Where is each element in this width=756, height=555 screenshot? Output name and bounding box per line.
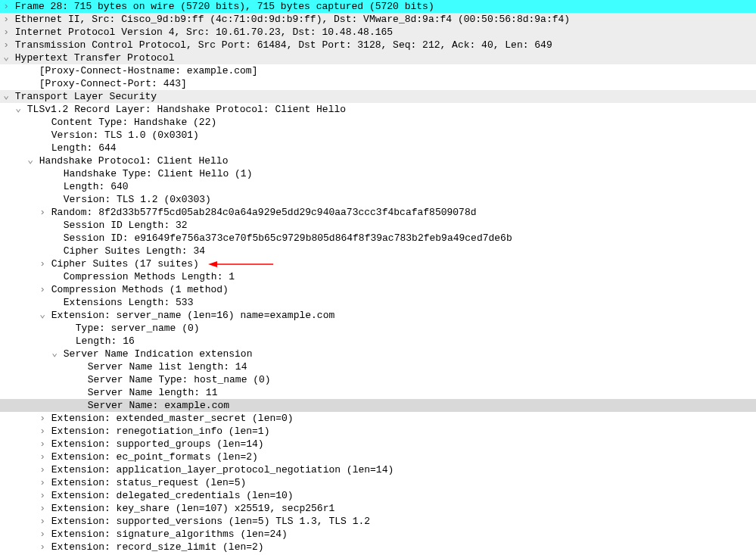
tree-row-text: Extension: supported_versions (len=5) TL… bbox=[45, 515, 756, 528]
tree-row[interactable]: Extensions Length: 533 bbox=[0, 296, 756, 309]
tree-row-text: Extension: extended_master_secret (len=0… bbox=[45, 412, 756, 425]
tree-row[interactable]: Extension: server_name (len=16) name=exa… bbox=[0, 309, 756, 322]
expand-icon[interactable] bbox=[0, 438, 45, 451]
tree-row-text: Length: 644 bbox=[45, 142, 756, 154]
tree-row-text: Hypertext Transfer Protocol bbox=[9, 51, 756, 64]
tree-row-text: Server Name Indication extension bbox=[58, 348, 756, 360]
collapse-icon[interactable] bbox=[0, 103, 21, 116]
tree-row[interactable]: Extension: renegotiation_info (len=1) bbox=[0, 425, 756, 438]
tree-row-text: Extensions Length: 533 bbox=[58, 296, 756, 309]
collapse-icon[interactable] bbox=[0, 90, 9, 103]
expand-icon[interactable] bbox=[0, 206, 45, 219]
expand-icon[interactable] bbox=[0, 0, 9, 13]
tree-row[interactable]: Server Name Indication extension bbox=[0, 348, 756, 360]
tree-row-text: Transport Layer Security bbox=[9, 90, 756, 103]
tree-row[interactable]: Content Type: Handshake (22) bbox=[0, 116, 756, 129]
expand-icon[interactable] bbox=[0, 39, 9, 51]
tree-row[interactable]: Extension: supported_groups (len=14) bbox=[0, 438, 756, 451]
tree-row[interactable]: Internet Protocol Version 4, Src: 10.61.… bbox=[0, 26, 756, 39]
tree-row[interactable]: Cipher Suites Length: 34 bbox=[0, 245, 756, 257]
expand-icon[interactable] bbox=[0, 26, 9, 39]
expand-icon[interactable] bbox=[0, 489, 45, 502]
tree-row[interactable]: [Proxy-Connect-Port: 443] bbox=[0, 77, 756, 90]
tree-row-text: Length: 640 bbox=[58, 180, 756, 193]
tree-row[interactable]: Extension: supported_versions (len=5) TL… bbox=[0, 515, 756, 528]
tree-row-text: Extension: record_size_limit (len=2) bbox=[45, 541, 756, 553]
collapse-icon[interactable] bbox=[0, 51, 9, 64]
tree-row-text: Ethernet II, Src: Cisco_9d:b9:ff (4c:71:… bbox=[9, 13, 756, 26]
expand-icon[interactable] bbox=[0, 515, 45, 528]
tree-row[interactable]: Transmission Control Protocol, Src Port:… bbox=[0, 39, 756, 51]
tree-row[interactable]: Extension: signature_algorithms (len=24) bbox=[0, 528, 756, 541]
tree-row-text: Extension: status_request (len=5) bbox=[45, 476, 756, 489]
tree-row-text: Extension: signature_algorithms (len=24) bbox=[45, 528, 756, 541]
tree-row[interactable]: Extension: extended_master_secret (len=0… bbox=[0, 412, 756, 425]
tree-row[interactable]: Server Name list length: 14 bbox=[0, 360, 756, 373]
tree-row[interactable]: Extension: delegated_credentials (len=10… bbox=[0, 489, 756, 502]
tree-row-text: Content Type: Handshake (22) bbox=[45, 116, 756, 129]
tree-row[interactable]: Cipher Suites (17 suites) bbox=[0, 257, 756, 270]
tree-row[interactable]: Random: 8f2d33b577f5cd05ab284c0a64a929e5… bbox=[0, 206, 756, 219]
tree-row[interactable]: Handshake Type: Client Hello (1) bbox=[0, 167, 756, 180]
tree-row-text: Compression Methods Length: 1 bbox=[58, 270, 756, 283]
tree-row[interactable]: Ethernet II, Src: Cisco_9d:b9:ff (4c:71:… bbox=[0, 13, 756, 26]
packet-details-tree[interactable]: Frame 28: 715 bytes on wire (5720 bits),… bbox=[0, 0, 756, 555]
tree-row-text: [Proxy-Connect-Port: 443] bbox=[33, 77, 756, 90]
tree-row[interactable]: Session ID: e91649fe756a373ce70f5b65c972… bbox=[0, 232, 756, 245]
expand-icon[interactable] bbox=[0, 257, 45, 270]
expand-icon[interactable] bbox=[0, 425, 45, 438]
tree-row[interactable]: Extension: ec_point_formats (len=2) bbox=[0, 451, 756, 463]
tree-row-text: Extension: server_name (len=16) name=exa… bbox=[45, 309, 756, 322]
tree-row[interactable]: Server Name Type: host_name (0) bbox=[0, 373, 756, 386]
tree-row-text: Length: 16 bbox=[70, 335, 756, 348]
expand-icon[interactable] bbox=[0, 528, 45, 541]
tree-row[interactable]: Server Name length: 11 bbox=[0, 386, 756, 399]
tree-row[interactable]: Length: 16 bbox=[0, 335, 756, 348]
collapse-icon[interactable] bbox=[0, 309, 45, 322]
collapse-icon[interactable] bbox=[0, 154, 33, 167]
tree-row[interactable]: Length: 640 bbox=[0, 180, 756, 193]
tree-row[interactable]: Length: 644 bbox=[0, 142, 756, 154]
expand-icon[interactable] bbox=[0, 476, 45, 489]
tree-row-text: Extension: ec_point_formats (len=2) bbox=[45, 451, 756, 463]
tree-row[interactable]: Extension: record_size_limit (len=2) bbox=[0, 541, 756, 553]
tree-row-text: Cipher Suites (17 suites) bbox=[45, 257, 756, 270]
tree-row[interactable]: [Proxy-Connect-Hostname: example.com] bbox=[0, 64, 756, 77]
expand-icon[interactable] bbox=[0, 13, 9, 26]
tree-row[interactable]: Frame 28: 715 bytes on wire (5720 bits),… bbox=[0, 0, 756, 13]
tree-row-text: Cipher Suites Length: 34 bbox=[58, 245, 756, 257]
tree-row-text: Transmission Control Protocol, Src Port:… bbox=[9, 39, 756, 51]
tree-row[interactable]: Compression Methods Length: 1 bbox=[0, 270, 756, 283]
expand-icon[interactable] bbox=[0, 463, 45, 476]
tree-row-text: Extension: supported_groups (len=14) bbox=[45, 438, 756, 451]
tree-row[interactable]: Handshake Protocol: Client Hello bbox=[0, 154, 756, 167]
expand-icon[interactable] bbox=[0, 283, 45, 296]
svg-marker-1 bbox=[208, 261, 217, 267]
tree-row-text: Server Name Type: host_name (0) bbox=[82, 373, 756, 386]
expand-icon[interactable] bbox=[0, 412, 45, 425]
collapse-icon[interactable] bbox=[0, 348, 58, 360]
expand-icon[interactable] bbox=[0, 451, 45, 463]
tree-row-text: Version: TLS 1.0 (0x0301) bbox=[45, 129, 756, 142]
tree-row[interactable]: TLSv1.2 Record Layer: Handshake Protocol… bbox=[0, 103, 756, 116]
tree-row[interactable]: Transport Layer Security bbox=[0, 90, 756, 103]
tree-row-text: Frame 28: 715 bytes on wire (5720 bits),… bbox=[9, 0, 756, 13]
tree-row-text: Extension: renegotiation_info (len=1) bbox=[45, 425, 756, 438]
tree-row[interactable]: Version: TLS 1.0 (0x0301) bbox=[0, 129, 756, 142]
tree-row[interactable]: Server Name: example.com bbox=[0, 399, 756, 412]
tree-row[interactable]: Extension: status_request (len=5) bbox=[0, 476, 756, 489]
tree-row[interactable]: Version: TLS 1.2 (0x0303) bbox=[0, 193, 756, 206]
tree-row-text: Compression Methods (1 method) bbox=[45, 283, 756, 296]
tree-row-text: Extension: delegated_credentials (len=10… bbox=[45, 489, 756, 502]
tree-row[interactable]: Extension: application_layer_protocol_ne… bbox=[0, 463, 756, 476]
expand-icon[interactable] bbox=[0, 502, 45, 515]
tree-row[interactable]: Extension: key_share (len=107) x25519, s… bbox=[0, 502, 756, 515]
tree-row[interactable]: Type: server_name (0) bbox=[0, 322, 756, 335]
tree-row-text: TLSv1.2 Record Layer: Handshake Protocol… bbox=[21, 103, 756, 116]
expand-icon[interactable] bbox=[0, 541, 45, 553]
tree-row[interactable]: Session ID Length: 32 bbox=[0, 219, 756, 232]
tree-row-text: Session ID Length: 32 bbox=[58, 219, 756, 232]
tree-row[interactable]: Hypertext Transfer Protocol bbox=[0, 51, 756, 64]
tree-row[interactable]: Compression Methods (1 method) bbox=[0, 283, 756, 296]
tree-row-text: Handshake Protocol: Client Hello bbox=[33, 154, 756, 167]
